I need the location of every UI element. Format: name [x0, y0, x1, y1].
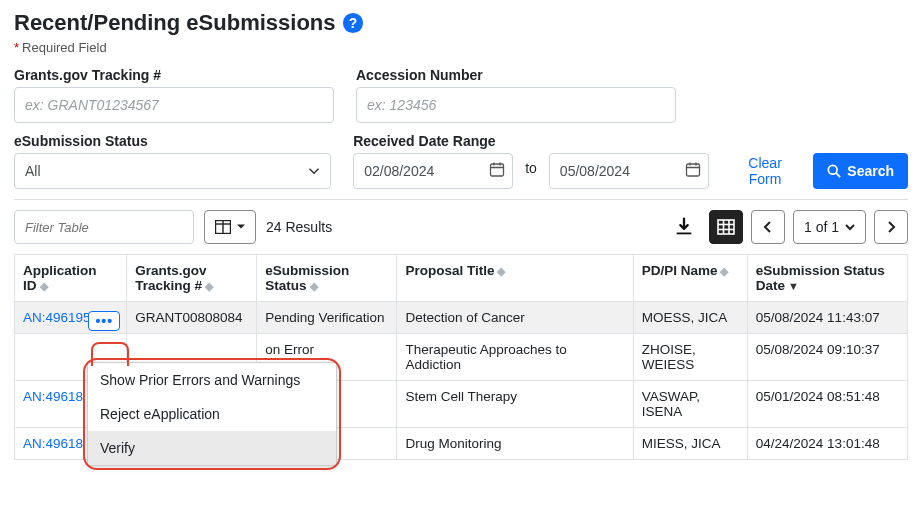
status-select[interactable]: All: [14, 153, 331, 189]
download-icon: [673, 216, 695, 238]
menu-reject[interactable]: Reject eApplication: [88, 397, 336, 431]
sort-desc-icon: ▼: [788, 280, 799, 292]
cell-status-date: 04/24/2024 13:01:48: [747, 428, 907, 460]
col-label: Application ID: [23, 263, 97, 293]
cell-status-date: 05/01/2024 08:51:48: [747, 381, 907, 428]
table-row: AN:4961954•••GRANT00808084Pending Verifi…: [15, 302, 908, 334]
svg-line-11: [836, 173, 840, 177]
status-label: eSubmission Status: [14, 133, 331, 149]
required-field-label: Required Field: [22, 40, 107, 55]
col-status-date[interactable]: eSubmission Status Date▼: [747, 255, 907, 302]
cell-pdpi-name: ZHOISE, WEIESS: [633, 334, 747, 381]
col-esub-status[interactable]: eSubmission Status◆: [257, 255, 397, 302]
cell-application-id: AN:4961954•••: [15, 302, 127, 334]
accession-label: Accession Number: [356, 67, 676, 83]
cell-tracking: GRANT00808084: [127, 302, 257, 334]
accession-input[interactable]: [356, 87, 676, 123]
results-count: 24 Results: [266, 219, 332, 235]
filter-table-input[interactable]: [14, 210, 194, 244]
col-label: Proposal Title: [405, 263, 494, 278]
sort-icon: ◆: [720, 265, 728, 277]
svg-rect-6: [686, 164, 699, 176]
sort-icon: ◆: [497, 265, 505, 277]
search-button[interactable]: Search: [813, 153, 908, 189]
cell-pdpi-name: VASWAP, ISENA: [633, 381, 747, 428]
col-pdpi-name[interactable]: PD/PI Name◆: [633, 255, 747, 302]
col-label: eSubmission Status: [265, 263, 349, 293]
sort-icon: ◆: [40, 280, 48, 292]
prev-page-button[interactable]: [751, 210, 785, 244]
svg-rect-2: [491, 164, 504, 176]
status-value: All: [25, 163, 41, 179]
required-field-note: *Required Field: [14, 40, 908, 55]
columns-icon: [215, 220, 231, 234]
page-title-text: Recent/Pending eSubmissions: [14, 10, 336, 36]
search-button-label: Search: [847, 163, 894, 179]
application-id-link[interactable]: AN:49618: [23, 436, 83, 451]
calendar-icon: [489, 162, 505, 178]
next-page-button[interactable]: [874, 210, 908, 244]
date-to-label: to: [521, 160, 541, 182]
cell-proposal-title: Detection of Cancer: [397, 302, 633, 334]
chevron-down-icon: [308, 165, 320, 177]
menu-verify[interactable]: Verify: [88, 431, 336, 465]
chevron-down-icon: [845, 222, 855, 232]
clear-form-button[interactable]: Clear Form: [731, 155, 799, 187]
application-id-link[interactable]: AN:4961954: [23, 310, 98, 325]
row-actions-menu-wrap: Show Prior Errors and Warnings Reject eA…: [87, 362, 337, 466]
page-indicator[interactable]: 1 of 1: [793, 210, 866, 244]
cell-proposal-title: Therapeutic Approaches to Addiction: [397, 334, 633, 381]
page-title: Recent/Pending eSubmissions ?: [14, 10, 908, 36]
col-tracking[interactable]: Grants.gov Tracking #◆: [127, 255, 257, 302]
cell-status-date: 05/08/2024 09:10:37: [747, 334, 907, 381]
sort-icon: ◆: [310, 280, 318, 292]
page-indicator-label: 1 of 1: [804, 219, 839, 235]
sort-icon: ◆: [205, 280, 213, 292]
col-label: Grants.gov Tracking #: [135, 263, 206, 293]
help-icon[interactable]: ?: [342, 12, 364, 34]
tracking-label: Grants.gov Tracking #: [14, 67, 334, 83]
col-application-id[interactable]: Application ID◆: [15, 255, 127, 302]
received-label: Received Date Range: [353, 133, 709, 149]
col-label: eSubmission Status Date: [756, 263, 885, 293]
tracking-input[interactable]: [14, 87, 334, 123]
row-actions-menu: Show Prior Errors and Warnings Reject eA…: [87, 362, 337, 466]
svg-rect-15: [718, 220, 734, 234]
col-proposal-title[interactable]: Proposal Title◆: [397, 255, 633, 302]
calendar-from-button[interactable]: [487, 160, 507, 183]
caret-down-icon: [237, 223, 245, 231]
asterisk-icon: *: [14, 40, 19, 55]
cell-esub-status: Pending Verification: [257, 302, 397, 334]
cell-pdpi-name: MIESS, JICA: [633, 428, 747, 460]
download-button[interactable]: [667, 210, 701, 244]
application-id-link[interactable]: AN:49618: [23, 389, 83, 404]
menu-show-errors[interactable]: Show Prior Errors and Warnings: [88, 363, 336, 397]
row-actions-button[interactable]: •••: [88, 311, 120, 331]
svg-text:?: ?: [348, 16, 356, 31]
cell-proposal-title: Stem Cell Therapy: [397, 381, 633, 428]
table-view-button[interactable]: [709, 210, 743, 244]
chevron-left-icon: [763, 221, 773, 233]
calendar-icon: [685, 162, 701, 178]
col-label: PD/PI Name: [642, 263, 718, 278]
cell-status-date: 05/08/2024 11:43:07: [747, 302, 907, 334]
table-toolbar: 24 Results 1 of 1: [14, 199, 908, 244]
svg-point-10: [829, 165, 838, 174]
search-icon: [827, 164, 841, 178]
grid-icon: [717, 219, 735, 235]
chevron-right-icon: [886, 221, 896, 233]
cell-proposal-title: Drug Monitoring: [397, 428, 633, 460]
calendar-to-button[interactable]: [683, 160, 703, 183]
cell-pdpi-name: MOESS, JICA: [633, 302, 747, 334]
columns-button[interactable]: [204, 210, 256, 244]
